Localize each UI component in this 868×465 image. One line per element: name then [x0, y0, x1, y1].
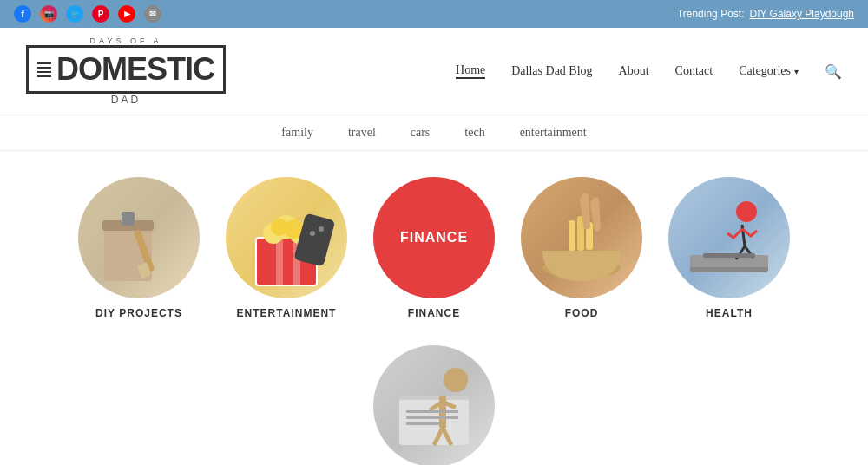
logo-lines-icon	[37, 62, 51, 77]
email-icon[interactable]: ✉	[144, 5, 161, 23]
diy-label: DIY PROJECTS	[95, 307, 182, 319]
category-finance[interactable]: FINANCE FINANCE	[373, 177, 495, 319]
nav-contact[interactable]: Contact	[675, 64, 713, 78]
health-circle	[668, 177, 790, 298]
food-circle	[521, 177, 642, 298]
secondary-nav-cars[interactable]: cars	[411, 126, 431, 140]
secondary-nav: family travel cars tech entertainment	[0, 115, 868, 151]
logo-main-text: DOMESTIC	[56, 51, 214, 88]
nav-home[interactable]: Home	[456, 63, 485, 79]
finance-circle: FINANCE	[373, 177, 495, 298]
svg-rect-30	[406, 422, 441, 425]
facebook-icon[interactable]: f	[14, 5, 31, 23]
svg-rect-18	[569, 220, 575, 251]
secondary-nav-entertainment[interactable]: entertainment	[520, 126, 587, 140]
search-icon[interactable]: 🔍	[825, 63, 842, 80]
nav-categories[interactable]: Categories ▾	[739, 64, 799, 78]
trending-link[interactable]: DIY Galaxy Playdough	[749, 8, 854, 20]
top-bar: f 📷 🐦 P ▶ ✉ Trending Post: DIY Galaxy Pl…	[0, 0, 868, 28]
svg-rect-2	[122, 212, 135, 226]
svg-point-15	[310, 231, 315, 236]
trending-post: Trending Post: DIY Galaxy Playdough	[677, 8, 854, 20]
svg-point-16	[319, 226, 324, 232]
svg-rect-26	[399, 396, 469, 400]
svg-point-23	[736, 201, 757, 222]
header: DAYS OF A DOMESTIC DAD Home Dallas Dad B…	[0, 28, 868, 115]
svg-rect-7	[276, 238, 283, 285]
food-label: FOOD	[565, 307, 599, 319]
howto-circle	[373, 345, 495, 465]
diy-circle	[78, 177, 200, 298]
logo-main-box: DOMESTIC	[26, 45, 226, 94]
category-food[interactable]: FOOD	[521, 177, 642, 319]
secondary-nav-travel[interactable]: travel	[348, 126, 376, 140]
entertainment-circle	[226, 177, 347, 298]
category-entertainment[interactable]: ENTERTAINMENT	[226, 177, 347, 319]
twitter-icon[interactable]: 🐦	[66, 5, 83, 23]
svg-rect-14	[293, 213, 335, 267]
finance-label: FINANCE	[408, 307, 460, 319]
youtube-icon[interactable]: ▶	[118, 5, 135, 23]
trending-label: Trending Post:	[677, 8, 745, 20]
secondary-nav-family[interactable]: family	[281, 126, 313, 140]
logo[interactable]: DAYS OF A DOMESTIC DAD	[26, 36, 226, 106]
categories-section: DIY PROJECTS ENTER	[0, 151, 868, 465]
svg-point-27	[444, 368, 468, 392]
secondary-nav-tech[interactable]: tech	[464, 126, 484, 140]
svg-rect-29	[406, 416, 458, 419]
main-nav: Home Dallas Dad Blog About Contact Categ…	[456, 63, 842, 80]
pinterest-icon[interactable]: P	[92, 5, 109, 23]
nav-dallas-dad[interactable]: Dallas Dad Blog	[511, 64, 592, 78]
logo-top-text: DAYS OF A	[90, 36, 162, 45]
entertainment-label: ENTERTAINMENT	[237, 307, 337, 319]
finance-center-text: FINANCE	[400, 230, 468, 246]
category-health[interactable]: HEALTH	[668, 177, 790, 319]
category-howto[interactable]: HOW TO	[373, 345, 495, 465]
category-diy[interactable]: DIY PROJECTS	[78, 177, 200, 319]
logo-dad-text: DAD	[111, 94, 141, 106]
social-icons: f 📷 🐦 P ▶ ✉	[14, 5, 161, 23]
svg-rect-25	[399, 397, 469, 445]
instagram-icon[interactable]: 📷	[40, 5, 57, 23]
nav-about[interactable]: About	[619, 64, 649, 78]
health-label: HEALTH	[706, 307, 753, 319]
svg-rect-24	[703, 253, 755, 258]
chevron-down-icon: ▾	[794, 67, 799, 76]
svg-rect-28	[406, 410, 458, 413]
